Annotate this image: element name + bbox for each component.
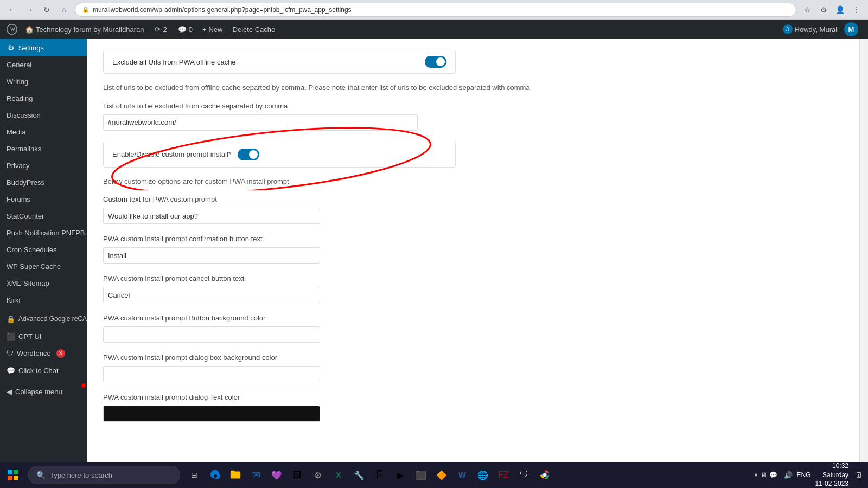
sidebar-item-media[interactable]: Media [0,124,87,140]
forward-button[interactable]: → [23,3,36,16]
taskbar-app-tools[interactable]: 🔧 [349,465,369,485]
sidebar-item-wp-super-cache[interactable]: WP Super Cache [0,258,87,275]
taskbar-app-database[interactable]: 🗄 [370,465,390,485]
time-display: 10:32 [815,461,848,471]
home-button[interactable]: ⌂ [58,3,71,16]
taskbar-app-antivirus[interactable]: 🛡 [514,465,534,485]
sidebar-item-cpt-ui[interactable]: ⬛ CPT UI [0,328,87,345]
taskbar-app-vlc[interactable]: 🔶 [432,465,451,485]
collapse-icon: ◀ [7,388,12,396]
day-display: Saturday [815,471,848,480]
howdy-label: Howdy, Murali [795,25,839,34]
general-label: General [7,61,31,69]
back-button[interactable]: ← [5,3,18,16]
site-home-icon: 🏠 [25,25,34,34]
admin-bar-howdy[interactable]: 3 Howdy, Murali M [777,20,864,39]
taskbar-app-cmd[interactable]: ⬛ [411,465,431,485]
system-tray: ∧ 🖥 💬 [754,471,777,479]
sidebar-item-xml-sitemap[interactable]: XML-Sitemap [0,275,87,292]
sidebar-item-general[interactable]: General [0,56,87,73]
comments-count: 0 [189,25,193,34]
extension-icon[interactable]: ⚙ [817,3,830,16]
sidebar-item-settings[interactable]: ⚙ Settings [0,39,87,56]
taskbar-app-task-view[interactable]: ⊟ [184,465,204,485]
sidebar-item-forums[interactable]: Forums [0,191,87,208]
cron-label: Cron Schedules [7,246,57,254]
taskbar-right: ∧ 🖥 💬 🔊 ENG 10:32 Saturday 11-02-2023 🗓 [754,461,868,488]
sidebar: ⚙ Settings General Writing Reading Discu… [0,39,87,462]
cancel-btn-input[interactable] [103,287,320,303]
sidebar-item-statcounter[interactable]: StatCounter [0,208,87,224]
profile-icon[interactable]: 👤 [833,3,846,16]
sidebar-item-kirki[interactable]: Kirki [0,292,87,309]
sidebar-item-wordfence[interactable]: 🛡 Wordfence 3 [0,345,87,362]
bg-color-input[interactable] [103,326,320,343]
search-placeholder-text: Type here to search [50,471,112,479]
sidebar-item-reading[interactable]: Reading [0,90,87,107]
taskbar-app-settings-gear[interactable]: ⚙ [308,465,328,485]
sidebar-item-push-notification[interactable]: Push Notification PNFPB [0,224,87,241]
address-bar[interactable]: 🔒 muraliwebworld.com/wp-admin/options-ge… [75,3,796,17]
collapse-menu-item[interactable]: ◀ Collapse menu [0,383,87,400]
sidebar-item-privacy[interactable]: Privacy [0,157,87,174]
tray-notification-icon[interactable]: 💬 [769,471,777,479]
exclude-toggle[interactable] [425,56,446,68]
svg-point-2 [543,473,546,477]
taskbar-app-excel[interactable]: X [329,465,348,485]
media-label: Media [7,128,25,136]
language-indicator: ENG [797,471,811,479]
admin-bar-site[interactable]: 🏠 Technology forum by Muralidharan [20,20,149,39]
taskbar-apps: ⊟ ✉ 💜 🖼 ⚙ X 🔧 🗄 ▶ ⬛ 🔶 W 🌐 FZ 🛡 [184,465,754,485]
taskbar-app-edge[interactable] [205,465,225,485]
admin-bar-updates[interactable]: ⟳ 2 [149,20,172,39]
chat-icon: 💬 [7,367,15,375]
menu-dots-icon[interactable]: ⋮ [850,3,863,16]
taskbar-app-mail[interactable]: ✉ [246,465,266,485]
confirmation-btn-input[interactable] [103,247,320,264]
cancel-btn-label: PWA custom install prompt cancel button … [103,274,843,282]
taskbar-app-media[interactable]: ▶ [391,465,410,485]
sidebar-item-advanced-recaptcha[interactable]: 🔒 Advanced Google reCAPTCHA [0,311,87,328]
tray-display-icon[interactable]: 🖥 [761,471,767,479]
sidebar-item-click-to-chat[interactable]: 💬 Click to Chat [0,362,87,379]
admin-bar-new[interactable]: + New [198,20,227,39]
tray-arrow-up-icon[interactable]: ∧ [754,471,758,479]
click-to-chat-label: Click to Chat [18,367,59,375]
url-list-input[interactable] [103,114,418,131]
content-inner: Exclude all Urls from PWA offline cache … [87,39,859,462]
dialog-text-color-input[interactable] [103,406,320,422]
taskbar-app-filezilla[interactable]: FZ [494,465,513,485]
admin-bar-delete-cache[interactable]: Delete Cache [227,20,281,39]
taskbar-app-chrome[interactable] [535,465,554,485]
refresh-button[interactable]: ↻ [40,3,53,16]
wp-logo[interactable] [4,22,20,37]
advanced-recaptcha-label: Advanced Google reCAPTCHA [18,315,87,324]
notification-center-icon[interactable]: 🗓 [855,471,863,479]
exclude-urls-row: Exclude all Urls from PWA offline cache [103,50,456,74]
kirki-label: Kirki [7,296,20,304]
custom-prompt-toggle[interactable] [238,149,259,160]
wp-main: ⚙ Settings General Writing Reading Discu… [0,39,868,462]
taskbar-app-browser2[interactable]: 🌐 [473,465,493,485]
dialog-bg-color-input[interactable] [103,366,320,382]
taskbar-app-teams[interactable]: 💜 [267,465,286,485]
custom-text-input[interactable] [103,208,320,224]
taskbar-app-photos[interactable]: 🖼 [288,465,307,485]
permalinks-label: Permalinks [7,145,41,153]
sidebar-item-permalinks[interactable]: Permalinks [0,140,87,157]
admin-bar-comments[interactable]: 💬 0 [173,20,198,39]
volume-icon[interactable]: 🔊 [784,471,793,479]
start-button[interactable] [0,462,26,488]
taskbar-app-file-explorer[interactable] [226,465,245,485]
date-display: 11-02-2023 [815,479,848,488]
sidebar-item-writing[interactable]: Writing [0,73,87,90]
sidebar-item-cron-schedules[interactable]: Cron Schedules [0,241,87,258]
dialog-text-color-label: PWA custom install prompt dialog Text co… [103,393,843,401]
bookmark-icon[interactable]: ☆ [801,3,814,16]
sidebar-item-buddypress[interactable]: BuddyPress [0,174,87,191]
taskbar-search-box[interactable]: 🔍 Type here to search [28,466,180,484]
exclude-toggle-slider [425,56,446,68]
wp-admin-bar: 🏠 Technology forum by Muralidharan ⟳ 2 💬… [0,20,868,39]
taskbar-app-word[interactable]: W [452,465,472,485]
sidebar-item-discussion[interactable]: Discussion [0,107,87,124]
